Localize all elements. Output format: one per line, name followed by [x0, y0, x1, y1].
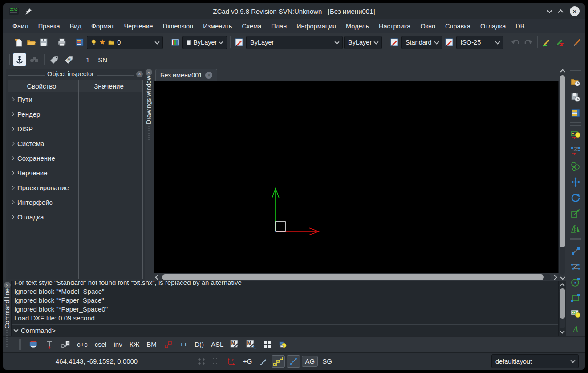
menu-scheme[interactable]: Схема — [237, 20, 267, 32]
inspector-row-interface[interactable]: Интерфейс — [8, 195, 142, 210]
draw-line-button[interactable] — [569, 245, 582, 257]
panel-grip[interactable] — [8, 73, 45, 76]
canvas-horizontal-scrollbar[interactable] — [154, 273, 559, 281]
accept-edit-button[interactable] — [541, 36, 552, 49]
cmd-vscroll-thumb[interactable] — [560, 288, 565, 319]
scroll-down-icon[interactable] — [560, 275, 565, 280]
menu-file[interactable]: Файл — [8, 20, 33, 32]
scroll-up-icon[interactable] — [560, 69, 565, 74]
command-output[interactable]: For text style "Standard" not found font… — [11, 281, 559, 336]
lod-1-button[interactable]: 1 — [82, 54, 93, 65]
expand-chevron-icon[interactable] — [10, 112, 15, 117]
save-button[interactable] — [38, 36, 49, 49]
new-file-button[interactable] — [12, 36, 24, 49]
linetype-combo[interactable]: ByLayer — [246, 36, 343, 49]
menu-debug[interactable]: Отладка — [475, 20, 511, 32]
ortho-pencil-toggle[interactable] — [256, 355, 270, 368]
plusplus-button[interactable]: ++ — [178, 339, 190, 349]
toolbar-grip[interactable] — [570, 69, 581, 73]
open-file-button[interactable] — [25, 36, 37, 49]
dimstyle-combo[interactable]: ISO-25 — [456, 36, 503, 49]
expand-chevron-icon[interactable] — [10, 186, 15, 190]
expand-chevron-icon[interactable] — [10, 127, 15, 131]
insert-block-button[interactable] — [569, 307, 582, 320]
canvas-vertical-scrollbar[interactable] — [559, 68, 566, 281]
drawings-window-splitter[interactable]: × Drawings window — [145, 68, 153, 281]
layers-button[interactable] — [569, 107, 582, 119]
osnap-toggle[interactable] — [272, 355, 285, 368]
toolbar-grip[interactable] — [570, 238, 581, 242]
scroll-down-icon[interactable] — [560, 328, 564, 333]
expand-chevron-icon[interactable] — [10, 200, 15, 205]
red-squares-button[interactable] — [162, 338, 175, 351]
edit-entity-button[interactable]: ED — [569, 129, 582, 142]
group-button[interactable] — [276, 338, 290, 351]
command-line-splitter[interactable]: × Command line — [3, 281, 11, 336]
scale-button[interactable] — [569, 207, 582, 219]
inspector-row-saving[interactable]: Сохранение — [8, 151, 142, 166]
otrack-toggle[interactable] — [287, 355, 300, 368]
menu-information[interactable]: Информация — [292, 20, 341, 32]
pin-icon[interactable] — [24, 7, 32, 15]
block-key-button[interactable] — [59, 338, 72, 351]
column-property[interactable]: Свойство — [8, 80, 75, 92]
prompt-chevron-icon[interactable] — [13, 327, 18, 332]
scroll-right-icon[interactable] — [552, 275, 557, 280]
text-cursor-button[interactable] — [43, 338, 56, 351]
menu-model[interactable]: Модель — [341, 20, 374, 32]
layer-combo[interactable]: 0 — [87, 36, 163, 49]
edit-polyline-button[interactable]: ED — [569, 145, 582, 157]
mirror-button[interactable] — [569, 223, 582, 235]
grid-toggle[interactable] — [195, 355, 208, 368]
draw-rectangle-button[interactable] — [569, 292, 582, 304]
dparen-button[interactable]: D() — [192, 339, 206, 349]
menu-dimension[interactable]: Dimension — [158, 20, 199, 32]
vm-button[interactable]: ВМ — [144, 339, 159, 349]
splitter-close-icon[interactable]: × — [146, 69, 152, 76]
csel-button[interactable]: csel — [93, 339, 109, 349]
toolbar-grip[interactable] — [570, 122, 581, 126]
inspector-row-disp[interactable]: DISP — [8, 122, 142, 136]
toolbar-grip[interactable] — [7, 54, 10, 65]
scroll-up-icon[interactable] — [560, 283, 564, 288]
asl-button[interactable]: ASL — [209, 339, 226, 349]
cc-button[interactable]: c+c — [75, 339, 90, 349]
color-combo[interactable]: ByLayer — [182, 36, 227, 49]
menu-settings[interactable]: Настройка — [374, 20, 415, 32]
scroll-left-icon[interactable] — [155, 275, 160, 280]
rotate-button[interactable] — [569, 191, 582, 204]
layout-combo[interactable]: defaultlayout — [491, 354, 579, 368]
menu-edit[interactable]: Правка — [33, 20, 65, 32]
expand-chevron-icon[interactable] — [10, 97, 15, 102]
toolbar-grip[interactable] — [7, 37, 9, 48]
linetype-dialog-button[interactable] — [233, 36, 245, 49]
save-timed-button[interactable] — [569, 91, 582, 104]
inspector-row-paths[interactable]: Пути — [8, 92, 142, 107]
redo-button[interactable] — [523, 36, 534, 49]
draw-circle-button[interactable] — [569, 276, 582, 288]
sn-button[interactable]: SN — [94, 54, 111, 65]
drawing-canvas[interactable] — [154, 81, 559, 273]
command-prompt[interactable]: Command> — [12, 324, 558, 336]
menu-modify[interactable]: Изменить — [198, 20, 237, 32]
hscroll-thumb[interactable] — [162, 274, 544, 280]
menu-draw[interactable]: Черчение — [119, 20, 158, 32]
close-button[interactable]: × — [570, 6, 580, 16]
plus-g-toggle[interactable]: +G — [240, 356, 255, 366]
expand-chevron-icon[interactable] — [10, 171, 15, 175]
sg-toggle[interactable]: SG — [320, 356, 335, 366]
open-recent-button[interactable] — [569, 76, 582, 88]
splitter-grip[interactable] — [148, 126, 150, 144]
minimize-button[interactable] — [547, 10, 552, 12]
textstyle-combo[interactable]: Standard — [401, 36, 442, 49]
splitter-close-icon[interactable]: × — [4, 282, 11, 288]
print-button[interactable] — [56, 36, 68, 49]
tab-drawing[interactable]: Без имени001 × — [155, 69, 217, 81]
menu-view[interactable]: Вид — [65, 20, 86, 32]
maximize-button[interactable] — [559, 8, 563, 14]
tag-button[interactable] — [48, 53, 61, 66]
inspector-row-design[interactable]: Проектирование — [8, 180, 142, 195]
command-vertical-scrollbar[interactable] — [559, 281, 566, 336]
inspector-row-render[interactable]: Рендер — [8, 107, 142, 122]
expand-chevron-icon[interactable] — [10, 215, 15, 219]
